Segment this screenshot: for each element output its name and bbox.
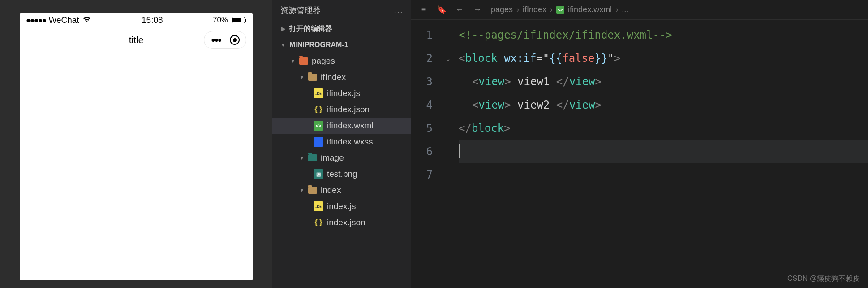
clock: 15:08 (142, 15, 163, 25)
fold-icon[interactable]: ⌄ (446, 47, 459, 70)
wxml-icon: <> (314, 121, 323, 131)
explorer-title: 资源管理器 (280, 5, 321, 16)
folder-icon (308, 154, 317, 161)
folder-label: index (321, 185, 341, 195)
wxss-icon: ≡ (314, 137, 323, 147)
file-label: index.js (327, 201, 356, 211)
breadcrumb-item[interactable]: ... (622, 5, 628, 14)
bookmark-icon[interactable]: 🔖 (437, 5, 446, 15)
js-icon: JS (314, 88, 323, 98)
folder-icon (299, 57, 308, 65)
file-label: test.png (327, 169, 357, 179)
text-cursor (459, 144, 460, 158)
open-editors-label: 打开的编辑器 (289, 24, 332, 34)
file-label: ifindex.js (327, 88, 360, 98)
code-comment: <!--pages/ifIndex/ifindex.wxml--> (459, 29, 672, 41)
image-icon: ▧ (314, 169, 323, 179)
line-gutter: 1 2 3 4 5 6 7 (411, 23, 446, 288)
file-label: ifindex.wxss (327, 137, 373, 147)
carrier-label: WeChat (48, 15, 79, 25)
breadcrumb-item[interactable]: ifIndex (523, 5, 546, 14)
folder-icon (308, 74, 317, 81)
editor-tab-bar: ≡ 🔖 ← → pages › ifIndex › <> ifindex.wxm… (411, 0, 868, 20)
chevron-down-icon: ▼ (299, 155, 305, 161)
folder-image[interactable]: ▼ image (272, 150, 411, 166)
project-section[interactable]: ▼ MINIPROGRAM-1 (272, 37, 411, 53)
battery-percent: 70% (213, 16, 228, 25)
file-ifindex-js[interactable]: JS ifindex.js (272, 85, 411, 101)
explorer-sidebar: 资源管理器 … ▶ 打开的编辑器 ▼ MINIPROGRAM-1 ▼ pages… (272, 0, 411, 288)
folder-label: image (321, 153, 344, 163)
back-icon[interactable]: ← (455, 5, 464, 14)
capsule-divider (226, 35, 226, 45)
open-editors-section[interactable]: ▶ 打开的编辑器 (272, 21, 411, 37)
file-ifindex-wxml[interactable]: <> ifindex.wxml (272, 118, 411, 134)
fold-gutter: ⌄ (446, 23, 459, 288)
chevron-down-icon: ▼ (280, 42, 286, 48)
json-icon: { } (314, 105, 323, 114)
phone-frame: ●●●●● WeChat 15:08 70% title ••• (20, 13, 253, 280)
battery-icon (232, 17, 246, 23)
folder-ifindex[interactable]: ▼ ifIndex (272, 69, 411, 85)
nav-bar: title ••• (20, 27, 253, 53)
code-content[interactable]: <!--pages/ifIndex/ifindex.wxml--> <block… (459, 23, 868, 288)
breadcrumb-item[interactable]: ifindex.wxml (568, 5, 612, 14)
wxml-icon: <> (556, 6, 564, 14)
more-icon[interactable]: ••• (209, 34, 224, 46)
folder-icon (308, 187, 317, 194)
forward-icon[interactable]: → (473, 5, 482, 14)
chevron-right-icon: › (550, 5, 553, 14)
chevron-down-icon: ▼ (299, 74, 305, 80)
folder-label: ifIndex (321, 72, 346, 82)
editor-pane: ≡ 🔖 ← → pages › ifIndex › <> ifindex.wxm… (411, 0, 868, 288)
chevron-right-icon: › (516, 5, 519, 14)
list-icon[interactable]: ≡ (419, 5, 428, 14)
file-index-json[interactable]: { } index.json (272, 214, 411, 231)
watermark: CSDN @癞皮狗不赖皮 (787, 274, 860, 284)
explorer-more-icon[interactable]: … (393, 4, 403, 16)
file-test-png[interactable]: ▧ test.png (272, 166, 411, 182)
file-label: ifindex.wxml (327, 121, 373, 131)
chevron-right-icon: ▶ (280, 26, 286, 32)
project-label: MINIPROGRAM-1 (289, 41, 348, 49)
json-icon: { } (314, 218, 323, 227)
folder-index[interactable]: ▼ index (272, 182, 411, 198)
chevron-right-icon: › (615, 5, 618, 14)
code-editor[interactable]: 1 2 3 4 5 6 7 ⌄ <!--pages/ifIndex/ifinde… (411, 20, 868, 288)
breadcrumb-item[interactable]: pages (491, 5, 513, 14)
wifi-icon (82, 15, 92, 25)
file-label: ifindex.json (327, 105, 370, 114)
js-icon: JS (314, 201, 323, 211)
explorer-header: 资源管理器 … (272, 0, 411, 21)
folder-pages[interactable]: ▼ pages (272, 53, 411, 69)
signal-dots: ●●●●● (26, 16, 46, 25)
chevron-down-icon: ▼ (290, 58, 296, 64)
close-miniprogram-icon[interactable] (230, 35, 240, 45)
file-index-js[interactable]: JS index.js (272, 198, 411, 214)
simulator-pane: ●●●●● WeChat 15:08 70% title ••• (0, 0, 272, 288)
file-ifindex-json[interactable]: { } ifindex.json (272, 101, 411, 118)
capsule-button[interactable]: ••• (204, 31, 246, 49)
folder-label: pages (312, 56, 335, 66)
file-label: index.json (327, 218, 365, 227)
breadcrumb[interactable]: pages › ifIndex › <> ifindex.wxml › ... (491, 5, 628, 14)
chevron-down-icon: ▼ (299, 187, 305, 193)
page-title: title (129, 35, 144, 45)
file-ifindex-wxss[interactable]: ≡ ifindex.wxss (272, 134, 411, 150)
status-bar: ●●●●● WeChat 15:08 70% (20, 13, 253, 27)
